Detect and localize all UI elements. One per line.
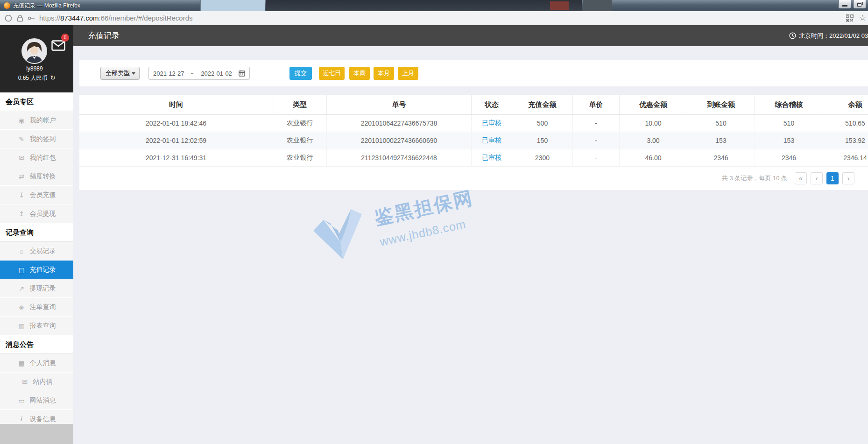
credit-card-icon: ▤ (18, 266, 26, 274)
sidebar-section-member: 会员专区 (0, 92, 73, 111)
sidebar-item-my-account[interactable]: ◉ 我的帐户 (0, 111, 73, 130)
cell-balance: 510.65 (823, 115, 868, 132)
column-header-credited: 到账金额 (687, 95, 755, 114)
url-address[interactable]: https://873447.com:66/member/#/depositRe… (39, 11, 193, 25)
sidebar-item-quota-transfer[interactable]: ⇄ 额度转换 (0, 167, 73, 186)
sidebar-item-deposit-records[interactable]: ▤ 充值记录 (0, 261, 73, 279)
watermark-text: 鉴黑担保网 www.jhdb8.com (372, 185, 480, 249)
tracking-protection-icon[interactable] (5, 14, 12, 22)
sidebar-item-bet-query[interactable]: ◈ 注单查询 (0, 298, 73, 317)
sidebar-item-label: 提现记录 (30, 284, 56, 293)
cell-discount: 46.00 (620, 149, 687, 166)
sidebar-item-transaction-records[interactable]: ⌂ 交易记录 (0, 242, 73, 261)
qr-code-icon[interactable] (846, 14, 854, 22)
this-week-button[interactable]: 本周 (349, 67, 370, 80)
cell-credited: 2346 (687, 149, 755, 166)
sidebar-item-my-checkin[interactable]: ✎ 我的签到 (0, 130, 73, 148)
beijing-time: 北京时间：2022/01/02 03: (789, 25, 868, 46)
sidebar-item-site-mail[interactable]: ✉ 站内信 (0, 373, 73, 391)
calendar-icon (239, 70, 245, 77)
background-window (550, 1, 569, 10)
watermark-site-name: 鉴黑担保网 (372, 185, 476, 231)
type-select-value: 全部类型 (106, 69, 130, 78)
sidebar-item-label: 我的签到 (30, 135, 56, 143)
filter-panel: 全部类型 2021-12-27 ~ 2022-01-02 提交 近七日 本周 本… (79, 60, 868, 86)
beijing-time-label: 北京时间：2022/01/02 03: (799, 32, 868, 40)
date-start: 2021-12-27 (153, 70, 184, 77)
sidebar-item-member-deposit[interactable]: ↧ 会员充值 (0, 186, 73, 204)
submit-button[interactable]: 提交 (289, 67, 312, 80)
date-range-input[interactable]: 2021-12-27 ~ 2022-01-02 (148, 67, 250, 80)
table-row: 2022-01-01 18:42:46 农业银行 220101064227436… (79, 115, 868, 132)
cell-discount: 3.00 (620, 132, 687, 149)
sidebar-item-withdraw-records[interactable]: ↗ 提现记录 (0, 279, 73, 298)
minimize-button[interactable] (838, 0, 851, 9)
last-seven-days-button[interactable]: 近七日 (319, 67, 345, 80)
sidebar-item-label: 个人消息 (30, 359, 56, 367)
cell-order-no: 220101000227436660690 (327, 132, 472, 149)
pagination-next-button[interactable]: › (842, 172, 854, 184)
cell-time: 2022-01-01 12:02:59 (79, 132, 273, 149)
cell-amount: 2300 (512, 149, 573, 166)
messages-icon[interactable] (51, 40, 65, 53)
envelope-icon: ✉ (18, 154, 26, 162)
cell-unit-price: - (573, 115, 620, 132)
cell-status-link[interactable]: 已审核 (472, 149, 512, 166)
sidebar-item-label: 设备信息 (30, 415, 56, 423)
cell-status-link[interactable]: 已审核 (472, 132, 512, 149)
member-app: 0 ly8989 0.65 人民币↻ 会员专区 ◉ 我的帐户 ✎ 我的签到 ✉ … (0, 25, 868, 444)
cell-audit: 153 (755, 132, 823, 149)
sidebar-item-personal-messages[interactable]: ▦ 个人消息 (0, 354, 73, 373)
firefox-icon (4, 2, 10, 9)
last-month-button[interactable]: 上月 (398, 67, 418, 80)
restore-button[interactable] (853, 0, 866, 9)
sidebar-item-report-query[interactable]: ▥ 报表查询 (0, 317, 73, 335)
browser-url-bar[interactable]: https://873447.com:66/member/#/depositRe… (0, 11, 868, 25)
sidebar-item-label: 会员充值 (30, 191, 56, 199)
window-title: 充值记录 — Mozilla Firefox (13, 0, 80, 11)
sidebar: 0 ly8989 0.65 人民币↻ 会员专区 ◉ 我的帐户 ✎ 我的签到 ✉ … (0, 25, 73, 444)
column-header-time: 时间 (79, 95, 273, 114)
pagination-prev-button[interactable]: ‹ (811, 172, 823, 184)
cell-credited: 153 (687, 132, 755, 149)
id-card-icon: ▦ (18, 359, 26, 367)
sidebar-item-my-redpacket[interactable]: ✉ 我的红包 (0, 148, 73, 167)
sidebar-item-member-withdraw[interactable]: ↥ 会员提现 (0, 204, 73, 223)
column-header-balance: 余额 (823, 95, 868, 114)
type-select[interactable]: 全部类型 (100, 67, 140, 80)
this-month-button[interactable]: 本月 (374, 67, 394, 80)
watermark-site-url: www.jhdb8.com (379, 215, 480, 249)
cell-order-no: 211231044927436622448 (327, 149, 472, 166)
cell-amount: 500 (512, 115, 573, 132)
date-separator: ~ (191, 70, 195, 77)
url-domain: 873447.com (60, 14, 99, 22)
refresh-balance-icon[interactable]: ↻ (50, 74, 55, 81)
background-window (200, 0, 265, 11)
sidebar-item-label: 我的红包 (30, 154, 56, 162)
column-header-order-no: 单号 (327, 95, 472, 114)
pagination-summary: 共 3 条记录，每页 10 条 (722, 174, 787, 183)
table-header-row: 时间 类型 单号 状态 充值金额 单价 优惠金额 到账金额 综合稽核 余额 (79, 95, 868, 115)
avatar[interactable] (21, 38, 47, 64)
sidebar-item-site-messages[interactable]: ▭ 网站消息 (0, 391, 73, 410)
column-header-audit: 综合稽核 (755, 95, 823, 114)
column-header-type: 类型 (273, 95, 327, 114)
chevron-down-icon (132, 72, 135, 75)
watermark-logo-icon (302, 199, 374, 271)
pagination-first-button[interactable]: « (795, 172, 807, 184)
page-title: 充值记录 (88, 25, 120, 46)
restore-icon (857, 3, 861, 7)
cell-order-no: 220101064227436675738 (327, 115, 472, 132)
background-window (266, 0, 582, 11)
cell-type: 农业银行 (273, 115, 327, 132)
deposit-records-table: 时间 类型 单号 状态 充值金额 单价 优惠金额 到账金额 综合稽核 余额 20… (79, 95, 868, 190)
sidebar-item-label: 交易记录 (30, 247, 56, 255)
pagination-page-1-button[interactable]: 1 (826, 172, 839, 184)
cell-status-link[interactable]: 已审核 (472, 115, 512, 132)
lock-icon[interactable] (17, 14, 23, 22)
permissions-icon[interactable] (27, 14, 35, 22)
avatar-image (22, 39, 46, 63)
bookmark-star-icon[interactable]: ☆ (859, 11, 866, 25)
column-header-unit-price: 单价 (573, 95, 620, 114)
transfer-arrows-icon: ⇄ (18, 173, 26, 180)
